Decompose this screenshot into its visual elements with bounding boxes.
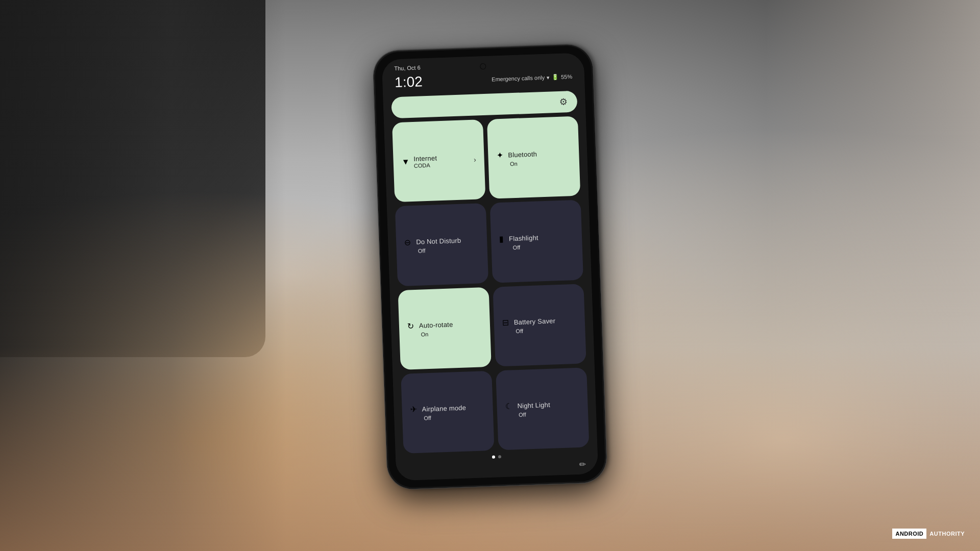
edit-icon[interactable]: ✏	[579, 459, 586, 469]
airplane-icon: ✈	[410, 405, 417, 414]
wifi-icon: ▾	[547, 74, 550, 81]
phone-screen: Thu, Oct 6 1:02 Emergency calls only ▾ 🔋…	[382, 53, 599, 481]
tile-airplane-title: Airplane mode	[422, 404, 466, 413]
page-dot-2	[498, 455, 501, 458]
tile-internet-title: Internet	[413, 154, 437, 163]
screen-content: Thu, Oct 6 1:02 Emergency calls only ▾ 🔋…	[382, 53, 599, 481]
chevron-icon: ›	[474, 156, 476, 164]
tile-nightlight[interactable]: ☾ Night Light Off	[496, 367, 589, 450]
tile-airplane[interactable]: ✈ Airplane mode Off	[401, 371, 494, 454]
tile-flashlight-subtitle: Off	[513, 242, 574, 251]
phone-inner: Thu, Oct 6 1:02 Emergency calls only ▾ 🔋…	[374, 45, 606, 488]
tile-flashlight-title: Flashlight	[509, 234, 538, 242]
battery-icon: 🔋	[552, 73, 559, 80]
tile-dnd-title: Do Not Disturb	[416, 237, 461, 246]
phone-body: Thu, Oct 6 1:02 Emergency calls only ▾ 🔋…	[373, 44, 607, 490]
tile-battery-saver-title: Battery Saver	[514, 317, 556, 327]
flashlight-icon: ▮	[499, 234, 504, 244]
status-indicators: Emergency calls only ▾ 🔋 55%	[492, 73, 572, 83]
tile-internet-subtitle: CODA	[414, 162, 437, 169]
emergency-text: Emergency calls only	[492, 74, 545, 83]
tile-dnd[interactable]: ⊖ Do Not Disturb Off	[395, 203, 488, 286]
tile-autorotate-subtitle: On	[421, 330, 482, 338]
tile-autorotate-title: Auto-rotate	[419, 321, 453, 330]
status-date: Thu, Oct 6	[394, 64, 421, 71]
phone: Thu, Oct 6 1:02 Emergency calls only ▾ 🔋…	[373, 44, 607, 490]
tile-bluetooth-title: Bluetooth	[508, 150, 537, 159]
watermark: ANDROID AUTHORITY	[892, 529, 968, 539]
nightlight-icon: ☾	[505, 402, 512, 411]
wifi-tile-icon: ▼	[401, 157, 409, 167]
tile-battery-saver[interactable]: ⊟ Battery Saver Off	[493, 284, 586, 366]
tile-bluetooth-subtitle: On	[510, 159, 571, 167]
tile-airplane-subtitle: Off	[424, 413, 485, 421]
autorotate-icon: ↻	[407, 321, 414, 331]
bluetooth-icon: ✦	[496, 150, 503, 160]
tile-battery-saver-subtitle: Off	[516, 326, 577, 334]
watermark-authority: AUTHORITY	[926, 529, 968, 539]
battery-saver-icon: ⊟	[502, 318, 509, 328]
dnd-icon: ⊖	[404, 237, 411, 247]
tile-dnd-subtitle: Off	[418, 245, 479, 254]
page-dot-1	[492, 456, 495, 459]
tile-flashlight[interactable]: ▮ Flashlight Off	[490, 200, 583, 283]
battery-percent: 55%	[561, 73, 572, 80]
tile-internet[interactable]: ▼ Internet CODA ›	[392, 119, 485, 202]
watermark-android: ANDROID	[892, 529, 926, 539]
brightness-slider[interactable]: ⚙	[391, 91, 577, 119]
settings-icon[interactable]: ⚙	[557, 96, 569, 108]
tile-autorotate[interactable]: ↻ Auto-rotate On	[398, 287, 491, 369]
tile-bluetooth[interactable]: ✦ Bluetooth On	[487, 116, 580, 199]
tile-nightlight-subtitle: Off	[519, 410, 580, 418]
quick-tiles-grid: ▼ Internet CODA ›	[384, 116, 597, 454]
tile-nightlight-title: Night Light	[517, 401, 550, 410]
time-display: 1:02	[395, 73, 423, 91]
